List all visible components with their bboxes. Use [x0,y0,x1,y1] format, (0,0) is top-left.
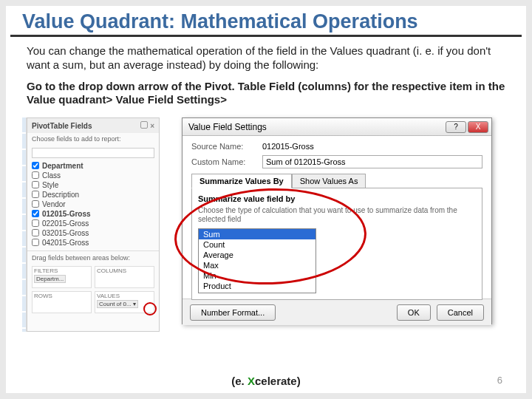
brand-pre: (e. [231,375,248,387]
dialog-tabs: Summarize Values By Show Values As [191,173,482,188]
dialog-footer: Number Format... OK Cancel [183,299,491,325]
list-item[interactable]: Max [199,260,316,270]
field-label: 042015-Gross [42,239,89,247]
list-item[interactable]: Min [199,270,316,281]
pane-search-input[interactable] [32,148,154,158]
areas-grid: FILTERS Departm... COLUMNS ROWS VALUES C… [27,265,159,318]
paragraph-2: Go to the drop down arrow of the Pivot. … [27,80,505,108]
pivottable-fields-pane: PivotTable Fields × Choose fields to add… [27,117,160,332]
field-checkbox[interactable] [32,162,39,169]
field-item[interactable]: 032015-Gross [32,228,154,238]
field-label: Description [42,191,79,199]
field-item[interactable]: Department [32,161,154,171]
values-chip[interactable]: Count of 0... ▾ [97,300,138,308]
source-name-value: 012015-Gross [262,142,314,151]
screenshot-area: PivotTable Fields × Choose fields to add… [27,117,505,339]
field-item[interactable]: Class [32,171,154,180]
tab-summarize[interactable]: Summarize Values By [191,174,292,188]
dialog-titlebar[interactable]: Value Field Settings ? X [183,118,491,136]
field-item[interactable]: Style [32,180,154,190]
field-label: 022015-Gross [42,219,89,228]
tab-content: Summarize value field by Choose the type… [191,188,482,300]
field-checkbox[interactable] [32,181,39,188]
field-checkbox[interactable] [32,219,39,227]
list-item[interactable]: Count [199,239,316,250]
filters-label: FILTERS [34,267,89,274]
paragraph-1: You can change the mathematical operatio… [27,44,505,72]
field-checkbox[interactable] [32,229,39,236]
field-item[interactable]: 012015-Gross [32,209,154,219]
section-description: Choose the type of calculation that you … [198,206,476,224]
source-name-label: Source Name: [191,142,258,151]
tab-show-values-as[interactable]: Show Values As [292,174,366,188]
custom-name-input[interactable] [262,155,482,168]
field-item[interactable]: Description [32,190,154,200]
filters-area[interactable]: FILTERS Departm... [32,266,92,288]
field-item[interactable]: 042015-Gross [32,238,154,248]
values-chip-label: Count of 0... [99,301,132,307]
values-label: VALUES [97,293,152,299]
rows-area[interactable]: ROWS [32,291,92,313]
list-item[interactable]: Sum [199,229,316,239]
custom-name-label: Custom Name: [191,157,258,166]
calculation-listbox[interactable]: Sum Count Average Max Min Product [198,228,316,293]
dialog-title: Value Field Settings [188,122,267,132]
page-number: 6 [497,375,502,386]
gear-icon[interactable] [140,121,148,129]
slide: Value Quadrant: Mathematical Operations … [6,6,526,393]
chevron-down-icon[interactable]: ▾ [133,301,136,307]
brand-x: X [248,375,255,387]
help-button[interactable]: ? [446,121,466,133]
value-field-settings-dialog: Value Field Settings ? X Source Name: 01… [182,117,492,324]
close-button[interactable]: X [468,121,488,133]
field-checkbox[interactable] [32,200,39,208]
field-checkbox[interactable] [32,171,39,179]
pane-subtitle: Choose fields to add to report: [27,133,159,146]
dialog-body: Source Name: 012015-Gross Custom Name: S… [183,136,491,299]
ok-button[interactable]: OK [397,304,431,321]
pane-title: PivotTable Fields [32,122,92,130]
list-item[interactable]: Product [199,281,316,291]
field-label: Style [42,181,58,189]
field-checkbox[interactable] [32,239,39,246]
brand-footer: (e. Xcelerate) [6,375,526,387]
field-checkbox[interactable] [32,210,39,217]
pane-header: PivotTable Fields × [27,118,159,133]
section-heading: Summarize value field by [198,194,476,203]
values-area[interactable]: VALUES Count of 0... ▾ [95,291,154,313]
annotation-circle-icon [143,302,157,316]
field-label: Department [42,162,83,170]
cancel-button[interactable]: Cancel [437,304,484,321]
slide-title: Value Quadrant: Mathematical Operations [10,6,522,37]
columns-label: COLUMNS [97,267,152,274]
field-item[interactable]: 022015-Gross [32,219,154,228]
drag-hint: Drag fields between areas below: [27,250,159,265]
list-item[interactable]: Average [199,250,316,260]
field-list: Department Class Style Description Vendo… [27,160,159,249]
slide-body: You can change the mathematical operatio… [6,37,526,112]
field-label: Vendor [42,200,66,208]
columns-area[interactable]: COLUMNS [95,266,154,288]
number-format-button[interactable]: Number Format... [190,304,276,321]
field-checkbox[interactable] [32,191,39,198]
filters-chip[interactable]: Departm... [34,275,66,283]
field-label: 032015-Gross [42,229,89,237]
field-label: Class [42,171,61,180]
pane-close-icon[interactable]: × [150,122,154,130]
field-item[interactable]: Vendor [32,200,154,209]
field-label: 012015-Gross [42,210,91,218]
rows-label: ROWS [34,293,89,299]
brand-post: celerate) [255,375,301,387]
